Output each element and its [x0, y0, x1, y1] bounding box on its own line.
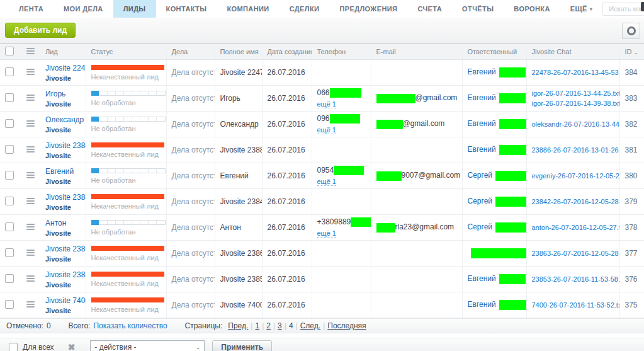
- chat-file-link[interactable]: 22478-26-07-2016-13-45-53.txt: [532, 67, 617, 78]
- lead-link[interactable]: Jivosite 22478: [45, 64, 86, 72]
- row-menu-icon[interactable]: [26, 222, 35, 231]
- row-checkbox[interactable]: [5, 145, 14, 154]
- chat-file-link[interactable]: igor-26-07-2016-14-39-38.txt: [532, 98, 617, 109]
- row-menu-icon[interactable]: [26, 274, 35, 283]
- leads-table: Лид Статус Дела Полное имя Дата создания…: [0, 43, 644, 318]
- tab-more[interactable]: ЕЩЁ▾: [560, 0, 603, 18]
- chat-file-link[interactable]: evgeniy-26-07-2016-12-05-29.txt: [532, 171, 617, 181]
- lead-link[interactable]: Антон: [45, 219, 66, 227]
- row-menu-icon[interactable]: [26, 197, 35, 205]
- add-lead-button[interactable]: Добавить лид: [5, 23, 76, 38]
- lead-link[interactable]: Олександр: [45, 115, 84, 124]
- responsible-link[interactable]: Сергей: [468, 222, 493, 231]
- phone-more-link[interactable]: ещё 1: [317, 126, 336, 134]
- responsible-link[interactable]: Сергей: [468, 197, 493, 205]
- deals-text: Дела отсутствуют: [172, 146, 215, 154]
- row-menu-icon[interactable]: [26, 171, 35, 180]
- page-link[interactable]: 3: [278, 321, 282, 330]
- responsible-link[interactable]: Евгений: [468, 300, 496, 309]
- row-checkbox[interactable]: [5, 274, 14, 283]
- responsible-link[interactable]: Евгений: [468, 67, 496, 76]
- lead-link[interactable]: Jivosite 23842: [45, 193, 86, 202]
- chat-file-link[interactable]: oleksandr-26-07-2016-13-44-25.txt: [532, 119, 617, 130]
- col-header-email[interactable]: E-mail: [371, 44, 462, 60]
- responsible-link[interactable]: Евгений: [468, 145, 496, 154]
- global-search[interactable]: [602, 3, 644, 16]
- row-checkbox[interactable]: [5, 222, 14, 231]
- col-header-id[interactable]: ID⌄: [619, 44, 644, 60]
- apply-button[interactable]: Применить: [212, 340, 272, 351]
- row-checkbox[interactable]: [5, 171, 14, 180]
- tab-voronka[interactable]: ВОРОНКА: [504, 0, 560, 18]
- page-link[interactable]: 1: [255, 321, 259, 330]
- chat-file-link[interactable]: igor-26-07-2016-13-44-25.txt: [532, 88, 617, 99]
- col-header-chat[interactable]: Jivosite Chat: [526, 44, 619, 60]
- chat-file-link[interactable]: 23886-26-07-2016-13-01-26.txt: [532, 145, 617, 156]
- tab-kompanii[interactable]: КОМПАНИИ: [217, 0, 279, 18]
- chat-file-link[interactable]: 23842-26-07-2016-12-05-28.txt: [532, 197, 617, 207]
- col-header-status[interactable]: Статус: [86, 44, 166, 60]
- row-menu-icon[interactable]: [26, 248, 35, 257]
- grid-settings-button[interactable]: [622, 23, 640, 39]
- chat-file-link[interactable]: anton-26-07-2016-12-05-27.txt: [532, 222, 617, 233]
- responsible-link[interactable]: Евгений: [468, 93, 496, 102]
- lead-link[interactable]: Jivosite 23886: [45, 141, 86, 150]
- row-checkbox[interactable]: [5, 248, 14, 257]
- row-menu-icon[interactable]: [26, 93, 35, 102]
- email-text: @gmail.com: [415, 93, 458, 102]
- page-link[interactable]: 2: [266, 321, 271, 330]
- lead-link[interactable]: Jivosite 23863: [45, 245, 86, 253]
- responsible-link[interactable]: Евгений: [468, 119, 496, 128]
- status-label: Некачественный лид: [91, 151, 164, 158]
- tab-lenta[interactable]: ЛЕНТА: [9, 0, 54, 18]
- responsible-link[interactable]: Сергей: [468, 171, 493, 180]
- col-header-deals[interactable]: Дела: [166, 44, 215, 60]
- phone-more-link[interactable]: ещё 1: [317, 178, 336, 186]
- prev-page-link[interactable]: Пред.: [228, 321, 248, 330]
- tab-scheta[interactable]: СЧЕТА: [407, 0, 452, 18]
- col-header-lead[interactable]: Лид: [40, 44, 86, 60]
- for-all-checkbox[interactable]: [9, 343, 18, 351]
- select-all-checkbox[interactable]: [5, 47, 14, 55]
- lead-link[interactable]: Jivosite 23853: [45, 270, 86, 279]
- col-header-created[interactable]: Дата создания: [262, 44, 312, 60]
- row-checkbox[interactable]: [5, 119, 14, 128]
- tab-predlozheniya[interactable]: ПРЕДЛОЖЕНИЯ: [329, 0, 407, 18]
- chevron-down-icon: ⌄: [196, 344, 201, 350]
- clear-selection-icon[interactable]: ✖: [68, 342, 76, 351]
- tab-kontakty[interactable]: КОНТАКТЫ: [156, 0, 217, 18]
- row-checkbox[interactable]: [5, 197, 14, 205]
- search-input[interactable]: [607, 4, 644, 13]
- show-count-link[interactable]: Показать количество: [93, 321, 167, 330]
- lead-link[interactable]: Jivosite 7400: [45, 296, 86, 305]
- tab-moi-dela[interactable]: МОИ ДЕЛА: [54, 0, 113, 18]
- col-header-responsible[interactable]: Ответственный: [462, 44, 526, 60]
- lead-link[interactable]: Игорь: [45, 89, 65, 98]
- row-checkbox[interactable]: [5, 93, 14, 102]
- status-label: Не обработан: [91, 99, 164, 106]
- next-page-link[interactable]: След.: [300, 321, 320, 330]
- row-checkbox[interactable]: [5, 300, 14, 309]
- tab-sdelki[interactable]: СДЕЛКИ: [280, 0, 330, 18]
- header-menu-icon[interactable]: [26, 47, 35, 55]
- row-menu-icon[interactable]: [26, 145, 35, 154]
- created-date: 26.07.2016: [268, 249, 305, 258]
- last-page-link[interactable]: Последняя: [327, 321, 366, 330]
- tab-lidy[interactable]: ЛИДЫ: [113, 0, 156, 18]
- chat-file-link[interactable]: 23853-26-07-2016-11-53-58.txt: [532, 274, 617, 285]
- tab-otchety[interactable]: ОТЧЁТЫ: [452, 0, 504, 18]
- actions-select[interactable]: - действия - ⌄: [90, 340, 205, 351]
- responsible-link[interactable]: Евгений: [468, 274, 496, 283]
- chat-file-link[interactable]: 7400-26-07-2016-11-53-52.txt: [532, 300, 617, 311]
- row-checkbox[interactable]: [5, 67, 14, 76]
- phone-more-link[interactable]: ещё 1: [317, 100, 336, 108]
- table-header-row: Лид Статус Дела Полное имя Дата создания…: [0, 44, 644, 60]
- col-header-full-name[interactable]: Полное имя: [215, 44, 262, 60]
- chat-file-link[interactable]: 23863-26-07-2016-12-05-28.txt: [532, 248, 617, 259]
- phone-more-link[interactable]: ещё 1: [317, 229, 336, 238]
- row-menu-icon[interactable]: [26, 300, 35, 309]
- row-menu-icon[interactable]: [26, 67, 35, 76]
- col-header-phone[interactable]: Телефон: [312, 44, 371, 60]
- row-menu-icon[interactable]: [26, 119, 35, 128]
- lead-link[interactable]: Евгений: [45, 167, 74, 176]
